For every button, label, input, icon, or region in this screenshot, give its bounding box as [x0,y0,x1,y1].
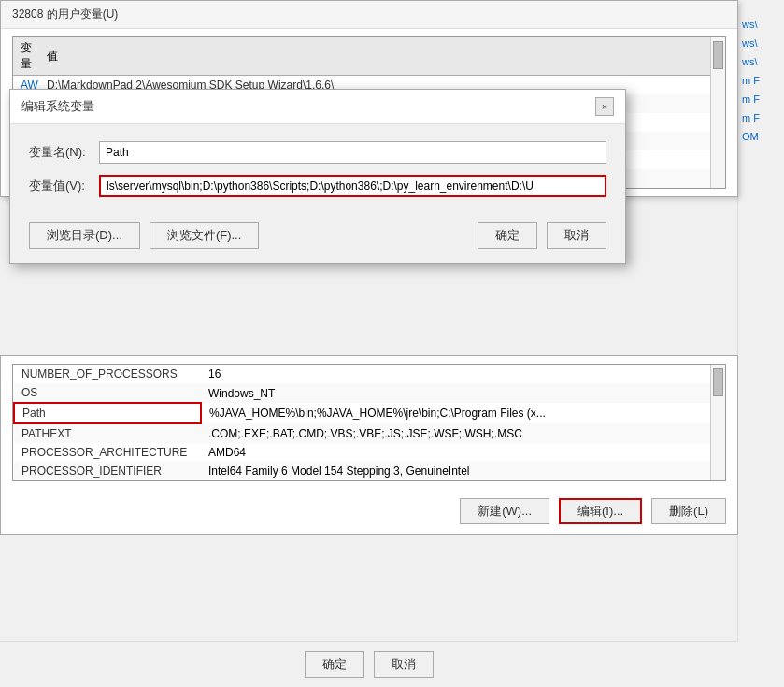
sys-var-name: PATHEXT [14,423,201,443]
col-header-value: 值 [39,37,725,76]
edit-dialog-title: 编辑系统变量 [21,98,94,115]
var-name-row: 变量名(N): [29,141,606,164]
col-header-name: 变量 [13,37,39,76]
sys-var-value: .COM;.EXE;.BAT;.CMD;.VBS;.VBE;.JS;.JSE;.… [201,423,724,443]
new-var-button[interactable]: 新建(W)... [460,498,549,524]
edit-dialog: 编辑系统变量 × 变量名(N): 变量值(V): 浏览目录(D)... 浏览文件… [9,89,626,264]
sys-vars-buttons: 新建(W)... 编辑(I)... 删除(L) [1,489,737,534]
user-vars-scrollbar-thumb [713,41,723,69]
sys-var-row[interactable]: PROCESSOR_ARCHITECTURE AMD64 [14,443,724,462]
env-bottom-buttons: 确定 取消 [0,641,738,687]
sys-var-name: PROCESSOR_IDENTIFIER [14,462,201,480]
sidebar-text-5: m F [742,93,760,105]
edit-confirm-button[interactable]: 确定 [478,222,537,249]
right-sidebar: ws\ ws\ ws\ m F m F m F OM [737,0,784,687]
browse-file-button[interactable]: 浏览文件(F)... [150,222,259,249]
delete-var-button[interactable]: 删除(L) [651,498,726,524]
var-value-label: 变量值(V): [29,178,99,194]
sys-vars-scrollbar[interactable] [710,365,725,480]
sys-vars-panel: NUMBER_OF_PROCESSORS 16 OS Windows_NT Pa… [0,355,738,535]
sys-var-value: AMD64 [201,443,724,462]
env-cancel-button[interactable]: 取消 [374,651,434,678]
sys-var-name: NUMBER_OF_PROCESSORS [14,365,201,383]
sidebar-text-2: ws\ [742,37,758,49]
sys-var-row[interactable]: Path %JAVA_HOME%\bin;%JAVA_HOME%\jre\bin… [14,403,724,423]
sys-var-value: 16 [201,365,724,383]
sys-var-value: %JAVA_HOME%\bin;%JAVA_HOME%\jre\bin;C:\P… [201,403,724,423]
user-vars-title: 32808 的用户变量(U) [1,1,737,29]
sys-var-row[interactable]: PATHEXT .COM;.EXE;.BAT;.CMD;.VBS;.VBE;.J… [14,423,724,443]
var-value-input[interactable] [99,175,606,197]
edit-dialog-close-button[interactable]: × [595,97,614,116]
edit-dialog-body: 变量名(N): 变量值(V): [10,124,625,222]
sys-var-row[interactable]: OS Windows_NT [14,383,724,403]
var-value-row: 变量值(V): [29,175,606,197]
edit-cancel-button[interactable]: 取消 [547,222,606,249]
user-vars-header-row: 变量 值 [13,37,725,76]
sidebar-text-4: m F [742,75,760,86]
sys-vars-scrollbar-thumb [713,368,723,396]
sys-vars-table: NUMBER_OF_PROCESSORS 16 OS Windows_NT Pa… [13,365,725,480]
edit-dialog-titlebar: 编辑系统变量 × [10,90,625,124]
sidebar-text-3: ws\ [742,56,758,67]
sidebar-text-1: ws\ [742,19,758,30]
sys-var-value: Windows_NT [201,383,724,403]
sys-var-row[interactable]: PROCESSOR_IDENTIFIER Intel64 Family 6 Mo… [14,462,724,480]
user-vars-scrollbar[interactable] [710,37,725,188]
edit-var-button[interactable]: 编辑(I)... [559,498,642,524]
var-name-label: 变量名(N): [29,144,99,161]
sys-vars-table-container: NUMBER_OF_PROCESSORS 16 OS Windows_NT Pa… [12,364,726,481]
edit-dialog-buttons: 浏览目录(D)... 浏览文件(F)... 确定 取消 [10,222,625,263]
sys-var-name: PROCESSOR_ARCHITECTURE [14,443,201,462]
sys-var-value: Intel64 Family 6 Model 154 Stepping 3, G… [201,462,724,480]
sidebar-text-7: OM [742,131,759,142]
sys-var-row[interactable]: NUMBER_OF_PROCESSORS 16 [14,365,724,383]
browse-dir-button[interactable]: 浏览目录(D)... [29,222,140,249]
sys-var-name: OS [14,383,201,403]
env-confirm-button[interactable]: 确定 [305,651,364,678]
sidebar-text-6: m F [742,112,760,123]
var-name-input[interactable] [99,141,606,164]
sys-var-name: Path [14,403,201,423]
